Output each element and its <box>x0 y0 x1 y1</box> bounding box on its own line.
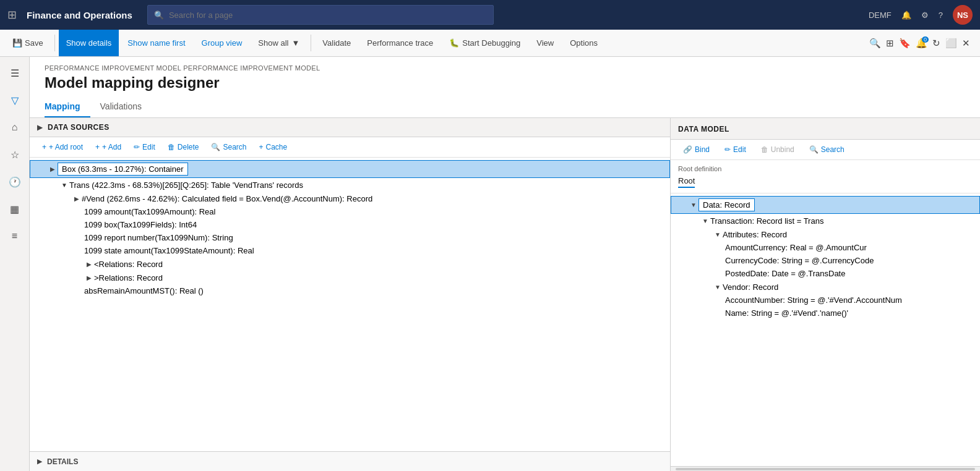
tree-row[interactable]: ▼ Vendor: Record <box>671 280 980 294</box>
tree-row[interactable]: Name: String = @.'#Vend'.'name()' <box>671 307 980 320</box>
toolbar-badge-icon[interactable]: 🔔0 <box>916 38 927 49</box>
cache-button[interactable]: + Cache <box>254 141 293 153</box>
search-icon: 🔍 <box>809 145 819 154</box>
save-button[interactable]: 💾 Save <box>5 30 51 56</box>
tree-row[interactable]: 1099 box(Tax1099Fields): Int64 <box>30 218 670 231</box>
add-button[interactable]: + + Add <box>90 141 126 153</box>
toolbar-settings-icon[interactable]: ⊞ <box>886 38 894 49</box>
add-root-icon: + <box>42 143 46 151</box>
add-icon: + <box>95 143 100 151</box>
collapse-icon[interactable]: ▼ <box>689 200 698 210</box>
tree-row[interactable]: CurrencyCode: String = @.CurrencyCode <box>671 254 980 267</box>
collapse-icon[interactable]: ▼ <box>713 282 723 292</box>
data-model-header: DATA MODEL <box>671 118 980 140</box>
tree-row[interactable]: absRemainAmountMST(): Real () <box>30 284 670 297</box>
tree-row[interactable]: AccountNumber: String = @.'#Vend'.Accoun… <box>671 294 980 307</box>
sidebar-star-icon[interactable]: ☆ <box>4 143 26 166</box>
start-debugging-button[interactable]: 🐛 Start Debugging <box>442 30 528 56</box>
expand-icon[interactable]: ▶ <box>72 193 82 203</box>
sidebar-table-icon[interactable]: ▦ <box>4 198 26 220</box>
tree-row[interactable]: AmountCurrency: Real = @.AmountCur <box>671 241 980 254</box>
sidebar-clock-icon[interactable]: 🕐 <box>4 171 26 193</box>
tree-row[interactable]: 1099 report number(Tax1099Num): String <box>30 231 670 244</box>
sidebar-home-icon[interactable]: ⌂ <box>4 116 26 138</box>
collapse-icon[interactable]: ▼ <box>713 229 723 239</box>
datasources-search-button[interactable]: 🔍 Search <box>206 141 251 153</box>
tree-row[interactable]: ▼ Attributes: Record <box>671 227 980 241</box>
data-sources-collapse-icon[interactable]: ▶ <box>37 123 43 132</box>
expand-icon[interactable]: ▶ <box>84 259 94 269</box>
tree-item-label: Name: String = @.'#Vend'.'name()' <box>725 308 848 318</box>
tree-item-label: 1099 amount(Tax1099Amount): Real <box>84 207 215 216</box>
sidebar-menu-icon[interactable]: ☰ <box>4 62 26 84</box>
validate-button[interactable]: Validate <box>315 30 358 56</box>
tree-row[interactable]: ▼ Trans (422.3ms - 68.53%)[265][Q:265]: … <box>30 178 670 192</box>
tree-row[interactable]: ▶ >Relations: Record <box>30 271 670 284</box>
data-model-search-button[interactable]: 🔍 Search <box>804 143 849 156</box>
data-model-edit-button[interactable]: ✏ Edit <box>720 143 751 156</box>
delete-button[interactable]: 🗑 Delete <box>163 141 204 153</box>
view-button[interactable]: View <box>529 30 561 56</box>
tree-item-label: absRemainAmountMST(): Real () <box>84 286 204 295</box>
unbind-button[interactable]: 🗑 Unbind <box>756 143 799 156</box>
left-panel: ▶ DATA SOURCES + + Add root + + Add ✏ Ed… <box>30 118 671 471</box>
details-expand-icon[interactable]: ▶ <box>37 457 42 465</box>
tree-row[interactable]: ▶ <Relations: Record <box>30 257 670 271</box>
edit-button[interactable]: ✏ Edit <box>129 141 160 153</box>
tree-item-label: CurrencyCode: String = @.CurrencyCode <box>725 256 874 265</box>
help-icon[interactable]: ? <box>939 11 943 20</box>
show-all-button[interactable]: Show all ▼ <box>251 30 307 56</box>
tree-item-label: Data: Record <box>698 198 755 211</box>
options-button[interactable]: Options <box>562 30 605 56</box>
topnav: ⊞ Finance and Operations 🔍 DEMF 🔔 ⚙ ? NS <box>0 0 980 30</box>
tab-validations[interactable]: Validations <box>100 96 152 117</box>
tree-item-label: PostedDate: Date = @.TransDate <box>725 269 845 278</box>
tab-mapping[interactable]: Mapping <box>45 96 90 117</box>
bind-button[interactable]: 🔗 Bind <box>678 143 715 156</box>
tree-row[interactable]: 1099 state amount(Tax1099StateAmount): R… <box>30 244 670 257</box>
save-icon: 💾 <box>12 38 22 48</box>
performance-trace-button[interactable]: Performance trace <box>359 30 441 56</box>
tree-row[interactable]: ▼ Data: Record <box>671 196 980 214</box>
breadcrumb: PERFORMANCE IMPROVEMENT MODEL PERFORMANC… <box>30 57 980 72</box>
main-layout: ☰ ▽ ⌂ ☆ 🕐 ▦ ≡ PERFORMANCE IMPROVEMENT MO… <box>0 57 980 471</box>
sidebar-filter-icon[interactable]: ▽ <box>4 89 26 111</box>
toolbar-search-icon[interactable]: 🔍 <box>869 38 881 49</box>
tree-item-label: 1099 state amount(Tax1099StateAmount): R… <box>84 246 254 255</box>
notification-icon[interactable]: 🔔 <box>901 11 911 20</box>
tree-row[interactable]: PostedDate: Date = @.TransDate <box>671 267 980 280</box>
toolbar-refresh-icon[interactable]: ↻ <box>932 38 940 49</box>
toolbar-close-icon[interactable]: ✕ <box>962 38 970 49</box>
settings-icon[interactable]: ⚙ <box>921 11 929 20</box>
add-root-button[interactable]: + + Add root <box>37 141 88 153</box>
toolbar-open-icon[interactable]: ⬜ <box>945 38 957 49</box>
root-def-label: Root definition <box>678 165 973 172</box>
collapse-icon[interactable]: ▼ <box>59 180 69 190</box>
tree-row[interactable]: 1099 amount(Tax1099Amount): Real <box>30 205 670 218</box>
tree-row[interactable]: ▶ #Vend (262.6ms - 42.62%): Calculated f… <box>30 192 670 205</box>
expand-icon[interactable]: ▶ <box>84 273 94 282</box>
group-view-button[interactable]: Group view <box>194 30 250 56</box>
horizontal-scrollbar[interactable] <box>671 466 980 471</box>
avatar[interactable]: NS <box>953 5 973 25</box>
tree-item-label: 1099 box(Tax1099Fields): Int64 <box>84 220 197 229</box>
global-search-input[interactable] <box>169 11 487 20</box>
edit-pencil-icon: ✏ <box>724 145 731 154</box>
tabs: Mapping Validations <box>30 96 980 118</box>
show-name-first-button[interactable]: Show name first <box>120 30 192 56</box>
tree-row[interactable]: ▶ Box (63.3ms - 10.27%): Container <box>30 160 670 178</box>
tree-item-label: AccountNumber: String = @.'#Vend'.Accoun… <box>725 295 902 305</box>
expand-icon[interactable]: ▶ <box>48 164 58 174</box>
tree-item-label: 1099 report number(Tax1099Num): String <box>84 233 233 242</box>
global-search-box[interactable]: 🔍 <box>147 5 494 25</box>
toolbar-divider-1 <box>54 35 55 51</box>
data-model-toolbar: 🔗 Bind ✏ Edit 🗑 Unbind 🔍 Search <box>671 140 980 160</box>
grid-icon[interactable]: ⊞ <box>7 8 17 22</box>
pencil-icon: ✏ <box>134 143 140 151</box>
show-details-button[interactable]: Show details <box>59 30 119 56</box>
tree-item-label: Trans (422.3ms - 68.53%)[265][Q:265]: Ta… <box>69 180 303 190</box>
sidebar-list-icon[interactable]: ≡ <box>4 225 26 247</box>
collapse-icon[interactable]: ▼ <box>700 216 710 226</box>
tree-row[interactable]: ▼ Transaction: Record list = Trans <box>671 214 980 227</box>
toolbar-bookmark-icon[interactable]: 🔖 <box>899 38 911 49</box>
